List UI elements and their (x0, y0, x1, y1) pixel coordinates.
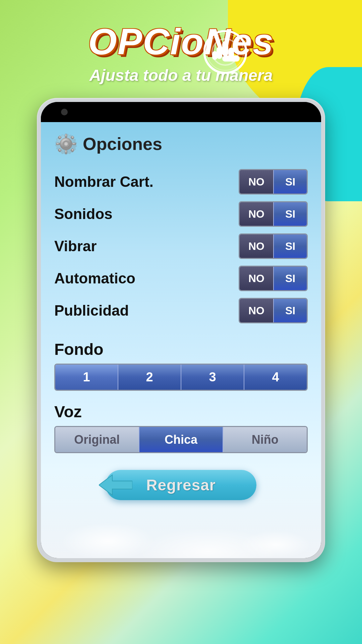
toggle-si-automatico[interactable]: SI (273, 267, 307, 290)
subtitle: Ajusta todo a tu manera (0, 66, 362, 85)
voz-buttons: Original Chica Niño (54, 426, 308, 453)
svg-rect-1 (222, 41, 228, 57)
toggle-si-nombrar-cart[interactable]: SI (273, 170, 307, 194)
option-row-publicidad: Publicidad NO SI (54, 298, 308, 323)
regresar-container: Regresar (54, 470, 308, 500)
option-row-sonidos: Sonidos NO SI (54, 201, 308, 227)
toggle-no-publicidad[interactable]: NO (240, 299, 273, 322)
phone-mockup: Opciones Nombrar Cart. NO SI Sonidos NO (37, 98, 325, 562)
voz-section: Voz Original Chica Niño (54, 402, 308, 453)
gear-icon (54, 132, 78, 156)
screen-title: Opciones (83, 134, 162, 154)
svg-rect-9 (65, 134, 67, 138)
svg-rect-10 (65, 150, 67, 154)
option-row-vibrar: Vibrar NO SI (54, 233, 308, 259)
phone-inner: Opciones Nombrar Cart. NO SI Sonidos NO (41, 102, 321, 558)
fondo-buttons: 1 2 3 4 (54, 364, 308, 391)
svg-rect-12 (72, 143, 76, 145)
camera-icon (61, 109, 68, 115)
toggle-group-publicidad: NO SI (239, 298, 308, 323)
voz-label: Voz (54, 402, 308, 421)
toggle-no-vibrar[interactable]: NO (240, 234, 273, 258)
toggle-group-vibrar: NO SI (239, 233, 308, 259)
phone-screen: Opciones Nombrar Cart. NO SI Sonidos NO (41, 122, 321, 558)
toggle-no-sonidos[interactable]: NO (240, 202, 273, 226)
option-row-nombrar-cart: Nombrar Cart. NO SI (54, 169, 308, 195)
fondo-btn-4[interactable]: 4 (244, 365, 307, 390)
toggle-si-publicidad[interactable]: SI (273, 299, 307, 322)
fondo-btn-1[interactable]: 1 (55, 365, 118, 390)
voz-btn-original[interactable]: Original (55, 427, 139, 452)
back-arrow-icon (99, 472, 132, 498)
screen-header: Opciones (54, 132, 308, 156)
fondo-btn-3[interactable]: 3 (181, 365, 244, 390)
top-section: OPCioNes Ajusta todo a tu manera (0, 0, 362, 85)
toggle-group-automatico: NO SI (239, 266, 308, 291)
toggle-no-automatico[interactable]: NO (240, 267, 273, 290)
option-label-sonidos: Sonidos (54, 206, 239, 222)
svg-marker-19 (99, 475, 132, 495)
fondo-btn-2[interactable]: 2 (118, 365, 181, 390)
option-label-vibrar: Vibrar (54, 238, 239, 255)
option-label-publicidad: Publicidad (54, 302, 239, 319)
options-list: Nombrar Cart. NO SI Sonidos NO SI (54, 169, 308, 323)
option-label-automatico: Automatico (54, 270, 239, 287)
toggle-si-sonidos[interactable]: SI (273, 202, 307, 226)
voz-btn-chica[interactable]: Chica (139, 427, 224, 452)
regresar-label: Regresar (146, 476, 216, 494)
tap-hand-icon (203, 30, 247, 74)
option-label-nombrar-cart: Nombrar Cart. (54, 173, 239, 190)
toggle-si-vibrar[interactable]: SI (273, 234, 307, 258)
toggle-group-sonidos: NO SI (239, 201, 308, 227)
toggle-no-nombrar-cart[interactable]: NO (240, 170, 273, 194)
regresar-button[interactable]: Regresar (106, 470, 256, 500)
phone-top-bar (41, 102, 321, 122)
option-row-automatico: Automatico NO SI (54, 266, 308, 291)
fondo-label: Fondo (54, 340, 308, 359)
voz-btn-nino[interactable]: Niño (223, 427, 307, 452)
fondo-section: Fondo 1 2 3 4 (54, 340, 308, 391)
toggle-group-nombrar-cart: NO SI (239, 169, 308, 195)
svg-point-18 (64, 142, 68, 146)
svg-rect-11 (56, 143, 60, 145)
